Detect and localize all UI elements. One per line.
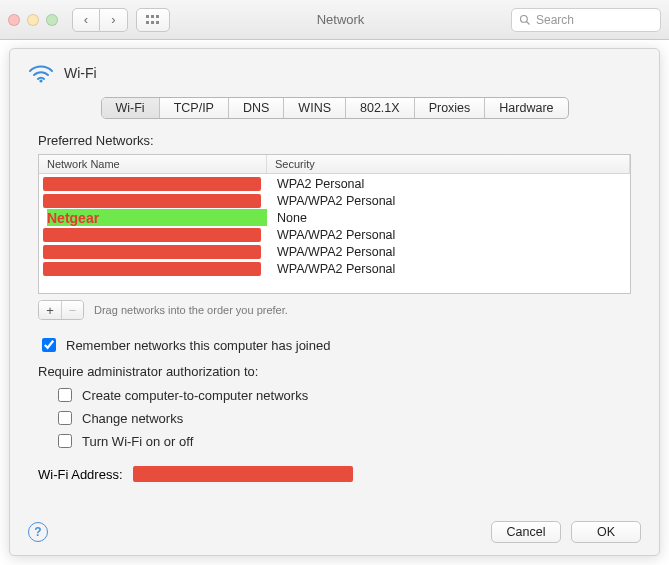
admin-opt-label: Create computer-to-computer networks <box>82 388 308 403</box>
tab-wifi[interactable]: Wi-Fi <box>102 98 160 118</box>
page-title: Wi-Fi <box>64 65 97 81</box>
network-security: None <box>267 211 307 225</box>
window-title: Network <box>178 12 503 27</box>
network-name-redacted <box>43 245 261 259</box>
svg-rect-1 <box>151 15 154 18</box>
network-row[interactable]: WPA2 Personal <box>39 175 630 192</box>
network-security: WPA2 Personal <box>267 177 364 191</box>
add-network-button[interactable]: + <box>39 301 61 319</box>
preferred-networks-list[interactable]: Network Name Security WPA2 PersonalWPA/W… <box>38 154 631 294</box>
search-placeholder: Search <box>536 13 574 27</box>
network-name: Netgear <box>47 209 267 226</box>
tab-tcpip[interactable]: TCP/IP <box>160 98 229 118</box>
cancel-button[interactable]: Cancel <box>491 521 561 543</box>
svg-point-8 <box>39 79 42 82</box>
remember-networks-checkbox[interactable] <box>42 338 56 352</box>
drag-hint: Drag networks into the order you prefer. <box>94 304 288 316</box>
admin-opt-checkbox[interactable] <box>58 388 72 402</box>
svg-line-7 <box>527 21 530 24</box>
close-window-icon[interactable] <box>8 14 20 26</box>
network-row[interactable]: WPA/WPA2 Personal <box>39 243 630 260</box>
show-all-button[interactable] <box>136 8 170 32</box>
tab-proxies[interactable]: Proxies <box>415 98 486 118</box>
network-name-redacted <box>43 177 261 191</box>
tab-wins[interactable]: WINS <box>284 98 346 118</box>
network-name-redacted <box>43 262 261 276</box>
svg-rect-5 <box>156 21 159 24</box>
tab-8021x[interactable]: 802.1X <box>346 98 415 118</box>
search-icon <box>519 14 531 26</box>
svg-rect-2 <box>156 15 159 18</box>
search-input[interactable]: Search <box>511 8 661 32</box>
ok-button[interactable]: OK <box>571 521 641 543</box>
network-name-redacted <box>43 194 261 208</box>
network-name-redacted <box>43 228 261 242</box>
svg-rect-3 <box>146 21 149 24</box>
network-row[interactable]: WPA/WPA2 Personal <box>39 260 630 277</box>
advanced-wifi-sheet: Wi-Fi Wi-FiTCP/IPDNSWINS802.1XProxiesHar… <box>9 48 660 556</box>
svg-rect-4 <box>151 21 154 24</box>
admin-opt-label: Turn Wi-Fi on or off <box>82 434 193 449</box>
admin-auth-label: Require administrator authorization to: <box>38 364 631 379</box>
network-row[interactable]: NetgearNone <box>39 209 630 226</box>
remember-networks-row[interactable]: Remember networks this computer has join… <box>38 335 631 355</box>
window-toolbar: ‹ › Network Search <box>0 0 669 40</box>
minimize-window-icon[interactable] <box>27 14 39 26</box>
svg-point-6 <box>521 15 528 22</box>
back-button[interactable]: ‹ <box>72 8 100 32</box>
network-security: WPA/WPA2 Personal <box>267 245 395 259</box>
tab-dns[interactable]: DNS <box>229 98 284 118</box>
svg-rect-0 <box>146 15 149 18</box>
wifi-address-value-redacted <box>133 466 353 482</box>
wifi-icon <box>28 63 54 83</box>
network-row[interactable]: WPA/WPA2 Personal <box>39 192 630 209</box>
window-controls <box>8 14 58 26</box>
network-row[interactable]: WPA/WPA2 Personal <box>39 226 630 243</box>
network-security: WPA/WPA2 Personal <box>267 194 395 208</box>
remember-networks-label: Remember networks this computer has join… <box>66 338 330 353</box>
network-security: WPA/WPA2 Personal <box>267 262 395 276</box>
remove-network-button[interactable]: − <box>61 301 83 319</box>
zoom-window-icon[interactable] <box>46 14 58 26</box>
admin-opt-label: Change networks <box>82 411 183 426</box>
help-button[interactable]: ? <box>28 522 48 542</box>
admin-opt-row[interactable]: Create computer-to-computer networks <box>54 385 631 405</box>
tab-bar: Wi-FiTCP/IPDNSWINS802.1XProxiesHardware <box>101 97 569 119</box>
wifi-address-label: Wi-Fi Address: <box>38 467 123 482</box>
column-security[interactable]: Security <box>267 155 630 173</box>
preferred-networks-label: Preferred Networks: <box>38 133 641 148</box>
network-security: WPA/WPA2 Personal <box>267 228 395 242</box>
forward-button[interactable]: › <box>100 8 128 32</box>
admin-opt-row[interactable]: Change networks <box>54 408 631 428</box>
list-header: Network Name Security <box>39 155 630 174</box>
add-remove-stepper: + − <box>38 300 84 320</box>
admin-opt-checkbox[interactable] <box>58 434 72 448</box>
tab-hardware[interactable]: Hardware <box>485 98 567 118</box>
admin-opt-row[interactable]: Turn Wi-Fi on or off <box>54 431 631 451</box>
admin-opt-checkbox[interactable] <box>58 411 72 425</box>
column-network-name[interactable]: Network Name <box>39 155 267 173</box>
